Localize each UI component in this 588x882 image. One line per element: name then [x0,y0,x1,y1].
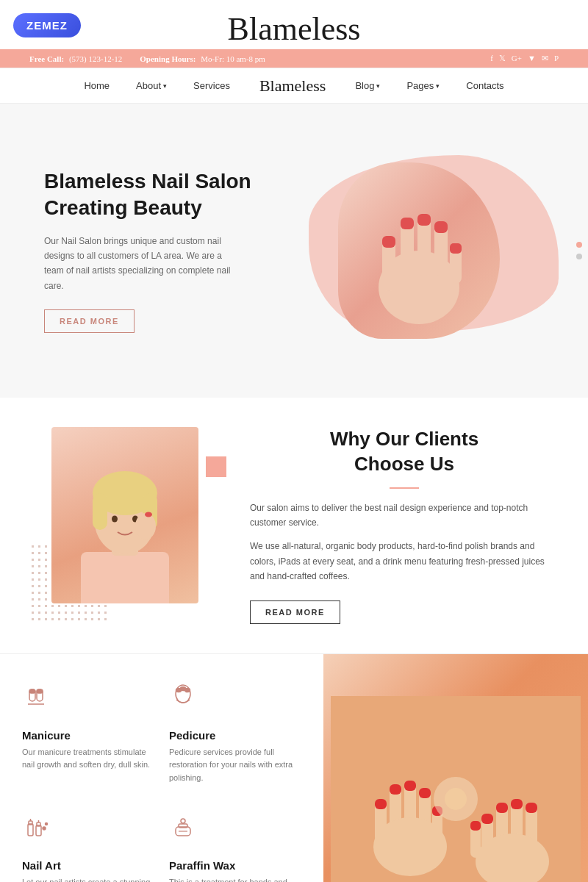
zemez-logo[interactable]: ZEMEZ [13,13,81,37]
hero-description: Our Nail Salon brings unique and custom … [44,234,235,294]
svg-point-36 [43,827,46,830]
email-icon[interactable]: ✉ [542,54,548,63]
svg-rect-24 [37,689,43,693]
hero-heading: Blameless Nail Salon Creating Beauty [44,168,294,222]
svg-rect-39 [179,824,187,828]
hand-svg [360,177,478,324]
pedicure-icon [169,684,301,723]
services-section: Manicure Our manicure treatments stimula… [0,653,588,882]
free-call-label: Free Call: (573) 123-12-12 [29,54,122,63]
chevron-down-icon: ▾ [376,82,380,90]
hero-hand-image [338,162,500,339]
hero-nav-dots[interactable] [576,242,582,259]
manicure-title: Manicure [22,729,154,742]
dot-1[interactable] [576,242,582,248]
hours-label: Opening Hours: Mo-Fr: 10 am-8 pm [140,54,265,63]
svg-rect-51 [390,784,401,795]
svg-rect-52 [404,781,416,791]
nav-home[interactable]: Home [71,76,123,96]
svg-point-17 [112,516,118,523]
services-photo [323,654,588,882]
why-person-image [51,427,198,603]
svg-rect-11 [81,552,169,603]
svg-point-67 [445,788,467,810]
twitter-icon[interactable]: 𝕏 [499,54,506,63]
social-icons: f 𝕏 G+ ▼ ✉ P [490,54,559,63]
why-para1: Our salon aims to deliver the best nail … [250,501,559,531]
chevron-down-icon: ▾ [163,82,167,90]
svg-point-37 [46,823,48,825]
svg-rect-7 [401,218,414,229]
svg-rect-8 [417,214,431,226]
pedicure-desc: Pedicure services provide full restorati… [169,746,301,785]
svg-rect-6 [382,236,395,248]
service-manicure: Manicure Our manicure treatments stimula… [22,676,154,792]
why-para2: We use all-natural, organic body product… [250,539,559,584]
hero-section: Blameless Nail Salon Creating Beauty Our… [0,104,588,398]
why-heading: Why Our ClientsChoose Us [250,427,559,477]
nav-brand[interactable]: Blameless [243,76,342,96]
nav-services[interactable]: Services [180,76,243,96]
manicure-desc: Our manicure treatments stimulate nail g… [22,746,154,772]
nav-about[interactable]: About ▾ [123,76,180,96]
svg-rect-63 [511,799,523,809]
services-hands-svg [331,696,581,882]
woman-svg [59,434,191,603]
page-brand-title: Blameless [0,0,588,49]
facebook-icon[interactable]: f [490,54,493,63]
svg-rect-64 [526,803,537,813]
nav-contacts[interactable]: Contacts [453,76,517,96]
svg-rect-15 [93,493,107,530]
service-nail-art: Nail Art Let our nail artists create a s… [22,806,154,882]
paraffin-desc: This is a treatment for hands and feet t… [169,876,301,882]
svg-point-29 [185,688,190,692]
section-divider [390,487,419,489]
svg-point-41 [181,819,185,823]
svg-rect-30 [28,824,33,836]
svg-point-19 [135,513,156,539]
nav-pages[interactable]: Pages ▾ [393,76,453,96]
svg-rect-62 [496,803,508,813]
top-bar: Free Call: (573) 123-12-12 Opening Hours… [0,49,588,68]
svg-rect-53 [419,788,431,798]
svg-rect-23 [29,689,35,693]
hero-image [294,148,544,354]
service-pedicure: Pedicure Pedicure services provide full … [169,676,301,792]
manicure-icon [22,684,154,723]
svg-rect-65 [470,821,481,831]
main-nav: Home About ▾ Services Blameless Blog ▾ P… [0,68,588,104]
svg-rect-34 [37,822,40,826]
paraffin-title: Paraffin Wax [169,859,301,872]
nail-art-svg [22,814,50,842]
svg-point-49 [373,817,447,876]
svg-point-20 [145,512,152,517]
chevron-down-icon: ▾ [436,82,440,90]
top-bar-contact: Free Call: (573) 123-12-12 Opening Hours… [29,54,265,63]
services-grid: Manicure Our manicure treatments stimula… [0,654,323,882]
nail-art-title: Nail Art [22,859,154,872]
pedicure-svg [169,684,197,711]
accent-box [206,456,226,477]
paraffin-icon [169,814,301,853]
why-cta-button[interactable]: READ MORE [250,600,340,624]
google-plus-icon[interactable]: G+ [512,54,522,63]
nav-blog[interactable]: Blog ▾ [342,76,393,96]
manicure-svg [22,684,50,711]
dot-2[interactable] [576,254,582,259]
svg-rect-31 [29,821,32,825]
why-image-column [29,427,220,624]
paraffin-svg [169,814,197,842]
hero-cta-button[interactable]: READ MORE [44,309,135,333]
svg-rect-61 [481,814,493,824]
why-section: Why Our ClientsChoose Us Our salon aims … [0,398,588,653]
why-text-column: Why Our ClientsChoose Us Our salon aims … [250,427,559,624]
service-paraffin: Paraffin Wax This is a treatment for han… [169,806,301,882]
instagram-icon[interactable]: ▼ [528,54,536,63]
nail-art-icon [22,814,154,853]
pinterest-icon[interactable]: P [554,54,559,63]
svg-rect-9 [434,221,448,233]
svg-rect-10 [450,243,462,254]
nail-art-desc: Let our nail artists create a stunning a… [22,876,154,882]
svg-rect-50 [375,799,387,809]
hero-text: Blameless Nail Salon Creating Beauty Our… [44,168,294,333]
